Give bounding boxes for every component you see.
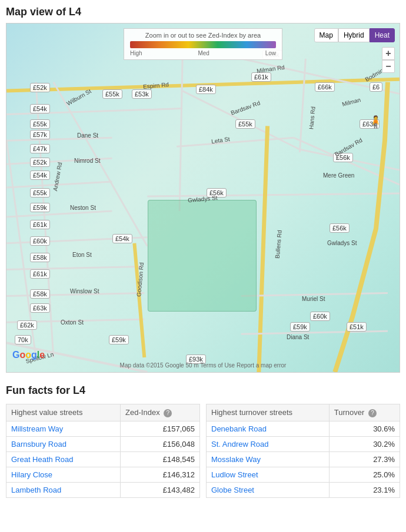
price-label[interactable]: £52k xyxy=(30,83,50,92)
mosslake-way-link[interactable]: Mosslake Way xyxy=(211,455,261,464)
millstream-way-link[interactable]: Millstream Way xyxy=(11,424,63,433)
mosslake-way-value: 27.3% xyxy=(329,451,400,467)
price-label[interactable]: £61k xyxy=(251,72,271,82)
price-label[interactable]: 70k xyxy=(15,335,31,344)
street-label: Diana St xyxy=(287,334,309,340)
hilary-close-link[interactable]: Hilary Close xyxy=(11,470,52,479)
table-row: Barnsbury Road £156,048 xyxy=(6,436,200,451)
google-logo: Google xyxy=(12,350,45,360)
map-type-controls: Map Hybrid Heat xyxy=(314,28,395,42)
street-label: Gwladys St xyxy=(327,240,357,246)
price-label[interactable]: £58k xyxy=(30,289,50,299)
price-label[interactable]: £55k xyxy=(30,188,50,198)
globe-street-value: 23.1% xyxy=(329,482,400,497)
legend-labels: High Med Low xyxy=(130,50,276,56)
map-container[interactable]: £63k £61k £66k £6 £52k £84k £55k £53k £5… xyxy=(6,23,400,373)
price-label[interactable]: £60k xyxy=(310,312,330,321)
facts-tables: Highest value streets Zed-Index ? Millst… xyxy=(6,404,400,498)
price-label[interactable]: £55k xyxy=(30,119,50,129)
table-row: Denebank Road 30.6% xyxy=(207,421,400,436)
highest-value-table: Highest value streets Zed-Index ? Millst… xyxy=(6,404,200,498)
st-andrew-road-value: 30.2% xyxy=(329,436,400,451)
price-label[interactable]: £57k xyxy=(30,130,50,139)
legend-med: Med xyxy=(198,50,209,56)
street-label: Dane St xyxy=(77,132,98,139)
price-label[interactable]: £63k xyxy=(30,303,50,313)
zoom-in-btn[interactable]: + xyxy=(382,47,395,60)
table-row: Globe Street 23.1% xyxy=(207,482,400,497)
price-label[interactable]: £58k xyxy=(30,253,50,262)
price-label[interactable]: £55k xyxy=(235,119,255,129)
price-label[interactable]: £59k xyxy=(109,335,129,344)
map-attribution: Map data ©2015 Google 50 m Terms of Use … xyxy=(6,362,400,369)
svg-line-23 xyxy=(241,331,388,334)
price-label[interactable]: £59k xyxy=(30,203,50,212)
person-icon[interactable]: 🧍 xyxy=(368,115,383,129)
price-label[interactable]: £53k xyxy=(132,89,152,99)
street-label: Espirn Rd xyxy=(143,81,169,90)
table-row: Ludlow Street 25.0% xyxy=(207,467,400,482)
great-heath-road-value: £148,545 xyxy=(121,451,200,467)
zoom-controls: + − xyxy=(382,47,395,73)
street-label: Leta St xyxy=(211,136,230,145)
lambeth-road-link[interactable]: Lambeth Road xyxy=(11,486,61,494)
price-label[interactable]: £54k xyxy=(30,104,50,113)
zoom-out-btn[interactable]: − xyxy=(382,60,395,73)
great-heath-road-link[interactable]: Great Heath Road xyxy=(11,455,74,464)
street-label: Neston St xyxy=(70,205,96,211)
street-label: Eton St xyxy=(72,252,92,258)
table-row: St. Andrew Road 30.2% xyxy=(207,436,400,451)
st-andrew-road-link[interactable]: St. Andrew Road xyxy=(211,440,269,449)
ludlow-street-value: 25.0% xyxy=(329,467,400,482)
street-label: Bullens Rd xyxy=(274,230,283,259)
price-label[interactable]: £54k xyxy=(30,170,50,180)
street-label: Oxton St xyxy=(61,319,84,326)
map-legend: Zoom in or out to see Zed-Index by area … xyxy=(124,28,282,60)
park-area xyxy=(148,200,257,312)
price-label[interactable]: £61k xyxy=(30,220,50,229)
legend-low: Low xyxy=(265,50,276,56)
price-label[interactable]: £54k xyxy=(112,234,132,243)
street-label: Milman xyxy=(341,96,361,108)
street-label: Wilburn St xyxy=(65,88,92,107)
price-label[interactable]: £59k xyxy=(290,322,310,332)
denebank-road-link[interactable]: Denebank Road xyxy=(211,424,267,433)
turnover-info-icon[interactable]: ? xyxy=(368,409,377,417)
hilary-close-value: £146,312 xyxy=(121,467,200,482)
price-label[interactable]: £56k xyxy=(330,223,350,233)
legend-bar xyxy=(130,41,276,48)
price-label[interactable]: £60k xyxy=(30,236,50,246)
street-label: Hans Rd xyxy=(308,106,316,130)
price-label[interactable]: £66k xyxy=(315,82,335,92)
price-label[interactable]: £52k xyxy=(30,158,50,167)
zed-index-info-icon[interactable]: ? xyxy=(164,409,172,417)
price-label[interactable]: £47k xyxy=(30,144,50,153)
barnsbury-road-link[interactable]: Barnsbury Road xyxy=(11,440,66,449)
price-label[interactable]: £84k xyxy=(196,85,216,94)
svg-line-17 xyxy=(134,243,144,357)
highest-value-col1: Highest value streets xyxy=(6,404,121,421)
lambeth-road-value: £143,482 xyxy=(121,482,200,497)
street-label: Winslow St xyxy=(70,288,99,295)
highest-turnover-col1: Highest turnover streets xyxy=(207,404,330,421)
street-label: Mere Green xyxy=(323,172,354,179)
heat-btn[interactable]: Heat xyxy=(370,28,395,42)
ludlow-street-link[interactable]: Ludlow Street xyxy=(211,470,258,479)
table-row: Lambeth Road £143,482 xyxy=(6,482,200,497)
street-label: Muriel St xyxy=(302,296,325,302)
street-label: Bardsav Rd xyxy=(230,99,261,116)
svg-line-16 xyxy=(299,59,305,152)
svg-line-5 xyxy=(6,211,112,217)
price-label[interactable]: £6 xyxy=(370,82,382,92)
highest-value-col2: Zed-Index ? xyxy=(121,404,200,421)
denebank-road-value: 30.6% xyxy=(329,421,400,436)
price-label[interactable]: £61k xyxy=(30,269,50,279)
price-label[interactable]: £55k xyxy=(102,89,122,99)
price-label[interactable]: £62k xyxy=(17,320,37,330)
price-label[interactable]: £51k xyxy=(347,322,367,332)
map-btn[interactable]: Map xyxy=(314,28,338,42)
street-label: Nimrod St xyxy=(74,158,100,164)
globe-street-link[interactable]: Globe Street xyxy=(211,486,254,494)
table-row: Hilary Close £146,312 xyxy=(6,467,200,482)
hybrid-btn[interactable]: Hybrid xyxy=(338,28,370,42)
